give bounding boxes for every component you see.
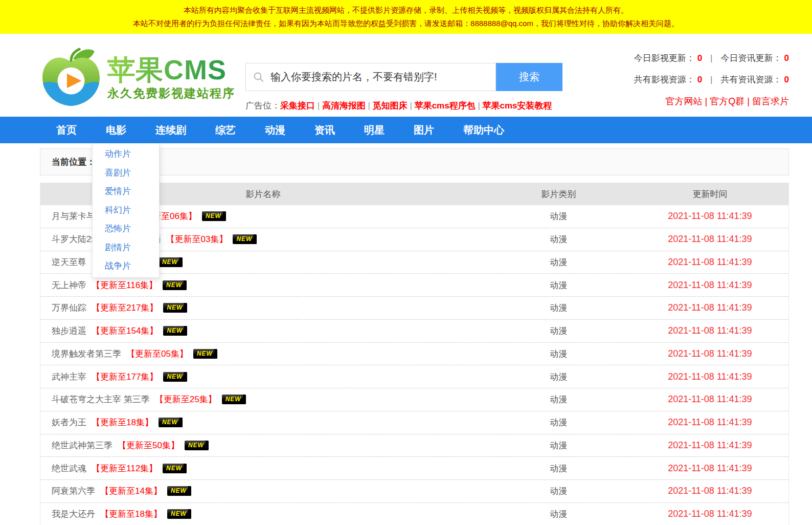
video-title-link[interactable]: 境界触发者第三季 [52,348,121,360]
video-title-link[interactable]: 逆天至尊 [52,256,86,268]
video-update-time: 2021-11-08 11:41:39 [631,302,788,313]
table-row[interactable]: 绝世武神第三季 【更新至50集】 NEW 动漫 2021-11-08 11:41… [40,434,788,457]
video-title-link[interactable]: 阿衰第六季 [52,485,95,497]
disclaimer-line-2: 本站不对使用者的行为负担任何法律责任，如果有因为本站而导致您的权益受到损害，请发… [133,19,679,29]
video-title-link[interactable]: 斗破苍穹之大主宰 第三季 [52,393,150,405]
video-category: 动漫 [485,325,631,337]
new-badge: NEW [222,395,246,404]
ad-label: 广告位： [245,101,280,111]
table-row[interactable]: 万界仙踪 【更新至217集】 NEW 动漫 2021-11-08 11:41:3… [40,297,788,320]
video-update-time: 2021-11-08 11:41:39 [631,257,788,268]
stat-label: 今日影视更新： [634,52,695,64]
nav-item[interactable]: 图片 [414,123,434,137]
dropdown-menu-item[interactable]: 喜剧片 [93,164,159,183]
new-badge: NEW [163,372,187,382]
stat-label: 今日资讯更新： [721,52,782,64]
new-badge: NEW [202,211,226,221]
stat-value: 0 [784,53,789,63]
nav-item[interactable]: 帮助中心 [463,123,504,137]
nav-item[interactable]: 明星 [364,123,385,137]
table-row[interactable]: 斗破苍穹之大主宰 第三季 【更新至25集】 NEW 动漫 2021-11-08 … [40,388,788,411]
dropdown-menu-item[interactable]: 动作片 [93,145,159,164]
ad-link[interactable]: 采集接口 [280,101,322,111]
dropdown-menu-item[interactable]: 恐怖片 [93,220,159,238]
table-row[interactable]: 独步逍遥 【更新至154集】 NEW 动漫 2021-11-08 11:41:3… [40,320,788,343]
apple-play-logo-icon [40,48,102,111]
nav-item[interactable]: 首页 [56,123,77,137]
video-category: 动漫 [485,508,631,520]
movies-dropdown-menu: 动作片喜剧片爱情片科幻片恐怖片剧情片战争片 [92,143,160,278]
video-update-time: 2021-11-08 11:41:39 [631,440,788,451]
nav-item[interactable]: 动漫 [265,123,285,137]
official-link[interactable]: 留言求片 [752,96,789,106]
table-row[interactable]: 我是大还丹 【更新至18集】 NEW 动漫 2021-11-08 11:41:3… [40,503,788,525]
new-badge: NEW [163,326,187,336]
video-title-link[interactable]: 绝世武神第三季 [52,440,112,451]
video-update-info: 【更新至112集】 [92,463,157,474]
ad-link[interactable]: 觅知图床 [373,101,415,111]
video-update-info: 【更新至03集】 [166,233,228,245]
search-input-wrap [245,63,496,91]
dropdown-menu-item[interactable]: 科幻片 [93,201,159,220]
nav-item[interactable]: 连续剧 [155,123,186,137]
table-row[interactable]: 境界触发者第三季 【更新至05集】 NEW 动漫 2021-11-08 11:4… [40,343,788,366]
site-stats: 今日影视更新： 0 | 今日资讯更新： 0 共有影视资源： 0 | 共有资讯资源… [634,52,789,107]
video-title-link[interactable]: 妖者为王 [52,417,86,428]
video-update-time: 2021-11-08 11:41:39 [631,371,788,382]
nav-item[interactable]: 综艺 [215,123,236,137]
video-title-link[interactable]: 无上神帝 [52,279,86,291]
new-badge: NEW [233,234,257,244]
video-update-info: 【更新至05集】 [126,348,188,360]
nav-item[interactable]: 资讯 [314,123,335,137]
ad-link[interactable]: 高清海报图 [322,101,373,111]
video-category: 动漫 [485,393,631,405]
official-link[interactable]: 官方网站 [666,96,710,106]
new-badge: NEW [163,280,187,290]
official-links: 官方网站官方Q群留言求片 [634,95,789,107]
table-row[interactable]: 妖者为王 【更新至18集】 NEW 动漫 2021-11-08 11:41:39 [40,411,788,434]
stat-label: 共有资讯资源： [721,74,782,85]
table-row[interactable]: 阿衰第六季 【更新至14集】 NEW 动漫 2021-11-08 11:41:3… [40,480,788,503]
new-badge: NEW [185,441,209,450]
ad-links-row: 广告位：采集接口高清海报图觅知图床苹果cms程序包苹果cms安装教程 [245,100,562,112]
stat-value: 0 [784,75,789,85]
dropdown-menu-item[interactable]: 战争片 [93,257,159,276]
nav-item[interactable]: 电影 [106,123,126,137]
video-title-link[interactable]: 绝世武魂 [52,463,86,474]
video-title-link[interactable]: 独步逍遥 [52,325,86,337]
video-title-link[interactable]: 武神主宰 [52,371,86,383]
ad-link[interactable]: 苹果cms程序包 [415,101,483,111]
table-row[interactable]: 绝世武魂 【更新至112集】 NEW 动漫 2021-11-08 11:41:3… [40,457,788,480]
ad-link[interactable]: 苹果cms安装教程 [483,101,552,111]
video-category: 动漫 [485,417,631,428]
search-button[interactable]: 搜索 [496,63,562,91]
disclaimer-banner: 本站所有内容均聚合收集于互联网主流视频网站，不提供影片资源存储，录制、上传相关视… [0,0,812,34]
header-update-time: 更新时间 [631,188,788,200]
stat-label: 共有影视资源： [634,74,695,85]
new-badge: NEW [163,303,187,313]
video-category: 动漫 [485,440,631,451]
video-title-link[interactable]: 我是大还丹 [52,508,95,520]
search-icon [253,72,264,83]
table-row[interactable]: 武神主宰 【更新至177集】 NEW 动漫 2021-11-08 11:41:3… [40,365,788,388]
video-title-link[interactable]: 万界仙踪 [52,302,86,314]
new-badge: NEW [159,418,183,427]
video-update-time: 2021-11-08 11:41:39 [631,234,788,245]
official-link[interactable]: 官方Q群 [710,96,752,106]
dropdown-menu-item[interactable]: 爱情片 [93,182,159,201]
video-category: 动漫 [485,256,631,268]
video-update-info: 【更新至50集】 [118,440,179,451]
logo-title: 苹果CMS [107,56,235,83]
new-badge: NEW [167,509,191,519]
stats-separator: | [710,53,712,63]
logo-subtitle: 永久免费影视建站程序 [107,85,235,101]
video-category: 动漫 [485,371,631,383]
search-area: 搜索 广告位：采集接口高清海报图觅知图床苹果cms程序包苹果cms安装教程 [245,63,562,112]
video-update-time: 2021-11-08 11:41:39 [631,211,788,222]
site-logo[interactable]: 苹果CMS 永久免费影视建站程序 [40,48,235,111]
video-category: 动漫 [485,463,631,474]
video-category: 动漫 [485,210,631,222]
dropdown-menu-item[interactable]: 剧情片 [93,238,159,257]
search-input[interactable] [264,71,495,83]
new-badge: NEW [163,464,187,473]
